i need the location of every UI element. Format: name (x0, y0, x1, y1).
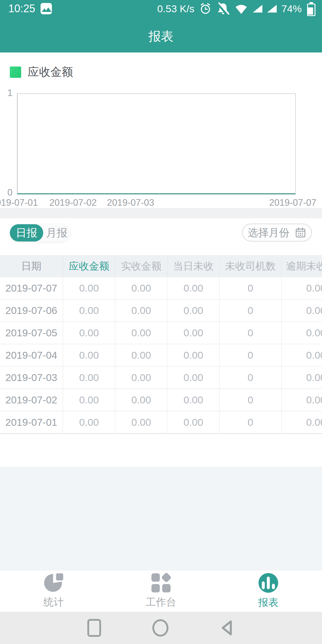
cell-overdue-rate: 0.00% (282, 367, 322, 389)
y-axis-min-label: 0 (1, 187, 13, 198)
chart-legend: 应收金额 (10, 64, 73, 80)
table-row[interactable]: 2019-07-01 0.00 0.00 0.00 0 0.00% (0, 411, 322, 434)
cell-overdue-rate: 0.00% (282, 322, 322, 344)
cell-date: 2019-07-07 (0, 277, 63, 300)
legend-swatch-icon (10, 66, 21, 78)
cell-received: 0.00 (115, 367, 168, 389)
top-bar: 10:25 0.53 K/s (0, 0, 322, 52)
table-header-row: 日期 应收金额 实收金额 当日未收 未收司机数 逾期未收 (0, 255, 322, 277)
cell-date: 2019-07-05 (0, 322, 63, 344)
cell-receivable: 0.00 (63, 344, 115, 367)
signal-icon (253, 5, 262, 13)
page-title: 报表 (0, 28, 322, 45)
status-bar: 10:25 0.53 K/s (0, 0, 322, 17)
tab-monthly-report[interactable]: 月报 (43, 224, 70, 242)
section-divider (0, 208, 322, 218)
nav-item-workbench[interactable]: 工作台 (107, 570, 215, 612)
x-axis-label: 2019-07-02 (49, 197, 97, 208)
cell-unpaid-today: 0.00 (168, 411, 220, 434)
cell-receivable: 0.00 (63, 300, 115, 322)
photo-icon (41, 3, 52, 14)
pie-chart-icon (44, 573, 63, 592)
column-header-receivable[interactable]: 应收金额 (63, 255, 115, 277)
bar-chart-icon (258, 573, 278, 593)
recents-icon[interactable] (87, 619, 101, 637)
cell-unpaid-today: 0.00 (168, 367, 220, 389)
cell-receivable: 0.00 (63, 411, 115, 434)
back-icon[interactable] (220, 620, 235, 636)
cell-received: 0.00 (115, 300, 168, 322)
nav-label-stats: 统计 (44, 595, 64, 609)
calendar-icon (295, 227, 306, 238)
cell-date: 2019-07-06 (0, 300, 63, 322)
cell-unpaid-today: 0.00 (168, 277, 220, 300)
cell-overdue-rate: 0.00% (282, 411, 322, 434)
table-row[interactable]: 2019-07-07 0.00 0.00 0.00 0 0.00% (0, 277, 322, 300)
x-axis-label: 2019-07-01 (0, 197, 38, 208)
cell-date: 2019-07-02 (0, 389, 63, 411)
column-header-unpaid-drivers[interactable]: 未收司机数 (220, 255, 282, 277)
app-screen: 10:25 0.53 K/s (0, 0, 322, 644)
wifi-icon (234, 3, 248, 15)
home-icon[interactable] (152, 619, 168, 637)
cell-received: 0.00 (115, 344, 168, 367)
content-background (0, 467, 322, 570)
cell-unpaid-drivers: 0 (220, 367, 282, 389)
status-right: 0.53 K/s 74% (157, 2, 322, 15)
column-header-unpaid-today[interactable]: 当日未收 (168, 255, 220, 277)
cell-receivable: 0.00 (63, 277, 115, 300)
tab-daily-report[interactable]: 日报 (10, 224, 43, 242)
chart-section: 应收金额 1 0 2019-07-01 2019-07-02 2019-07-0… (0, 52, 322, 208)
cell-unpaid-drivers: 0 (220, 322, 282, 344)
bottom-nav-bar: 统计 工作台 报表 (0, 570, 322, 612)
cell-unpaid-today: 0.00 (168, 389, 220, 411)
status-left: 10:25 (0, 2, 52, 15)
grid-icon (151, 573, 171, 592)
cell-received: 0.00 (115, 389, 168, 411)
nav-item-reports[interactable]: 报表 (215, 570, 322, 612)
alarm-icon (199, 2, 212, 15)
chart-plot-area (17, 93, 296, 194)
battery-icon (307, 2, 315, 15)
cell-receivable: 0.00 (63, 367, 115, 389)
cell-overdue-rate: 0.00% (282, 300, 322, 322)
select-month-button[interactable]: 选择月份 (242, 224, 312, 242)
nav-item-stats[interactable]: 统计 (0, 570, 107, 612)
cell-unpaid-drivers: 0 (220, 277, 282, 300)
cell-unpaid-drivers: 0 (220, 300, 282, 322)
select-month-label: 选择月份 (248, 226, 290, 240)
cell-receivable: 0.00 (63, 389, 115, 411)
x-axis-label: 2019-07-07 (269, 197, 317, 208)
nav-label-workbench: 工作台 (146, 595, 176, 609)
x-axis-label: 2019-07-03 (107, 197, 154, 208)
cell-received: 0.00 (115, 277, 168, 300)
notifications-off-icon (216, 2, 230, 15)
cell-overdue-rate: 0.00% (282, 344, 322, 367)
table-row[interactable]: 2019-07-06 0.00 0.00 0.00 0 0.00% (0, 300, 322, 322)
column-header-received[interactable]: 实收金额 (115, 255, 168, 277)
column-header-date[interactable]: 日期 (0, 255, 63, 277)
android-nav-bar (0, 612, 322, 644)
table-row[interactable]: 2019-07-03 0.00 0.00 0.00 0 0.00% (0, 367, 322, 389)
table-row[interactable]: 2019-07-02 0.00 0.00 0.00 0 0.00% (0, 389, 322, 411)
cell-receivable: 0.00 (63, 322, 115, 344)
cell-unpaid-drivers: 0 (220, 411, 282, 434)
cell-date: 2019-07-04 (0, 344, 63, 367)
signal-icon-2 (267, 5, 277, 13)
nav-label-reports: 报表 (258, 596, 278, 609)
cell-date: 2019-07-03 (0, 367, 63, 389)
clock-text: 10:25 (8, 2, 35, 15)
y-axis-max-label: 1 (1, 88, 13, 98)
legend-label: 应收金额 (28, 64, 73, 80)
column-header-overdue[interactable]: 逾期未收 (282, 255, 322, 277)
cell-unpaid-today: 0.00 (168, 300, 220, 322)
network-speed-text: 0.53 K/s (157, 3, 194, 15)
cell-received: 0.00 (115, 322, 168, 344)
table-row[interactable]: 2019-07-04 0.00 0.00 0.00 0 0.00% (0, 344, 322, 367)
report-type-segmented-control: 日报 月报 (10, 224, 70, 242)
cell-unpaid-today: 0.00 (168, 344, 220, 367)
table-row[interactable]: 2019-07-05 0.00 0.00 0.00 0 0.00% (0, 322, 322, 344)
cell-unpaid-today: 0.00 (168, 322, 220, 344)
cell-unpaid-drivers: 0 (220, 389, 282, 411)
filter-section: 日报 月报 选择月份 (0, 218, 322, 255)
